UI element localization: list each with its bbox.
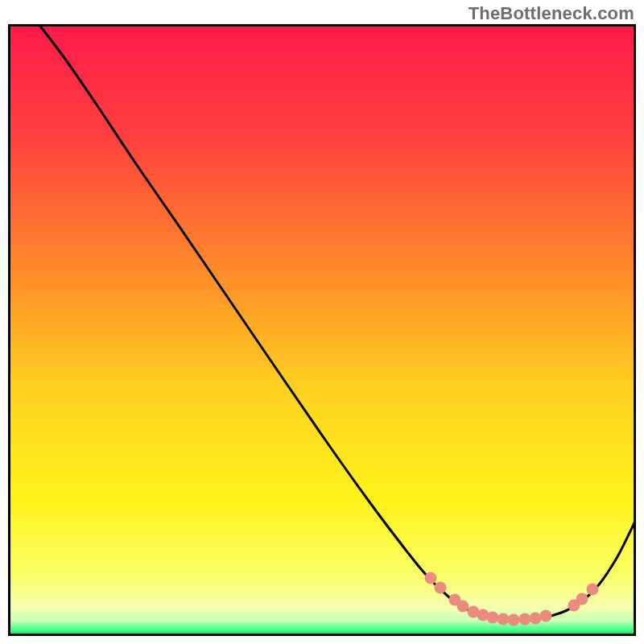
chart-background bbox=[8, 24, 636, 636]
highlight-dot bbox=[587, 584, 599, 596]
highlight-dot bbox=[497, 613, 510, 625]
highlight-dot bbox=[425, 572, 437, 584]
highlight-dot bbox=[530, 613, 542, 625]
bottleneck-chart bbox=[8, 24, 636, 636]
highlight-dot bbox=[457, 601, 469, 613]
highlight-dot bbox=[540, 610, 552, 622]
chart-frame bbox=[8, 24, 636, 636]
watermark-text: TheBottleneck.com bbox=[469, 3, 634, 24]
highlight-dot bbox=[576, 593, 588, 605]
highlight-dot bbox=[435, 582, 447, 594]
highlight-dot bbox=[519, 613, 531, 625]
highlight-dot bbox=[508, 614, 520, 626]
highlight-dot bbox=[487, 612, 499, 624]
